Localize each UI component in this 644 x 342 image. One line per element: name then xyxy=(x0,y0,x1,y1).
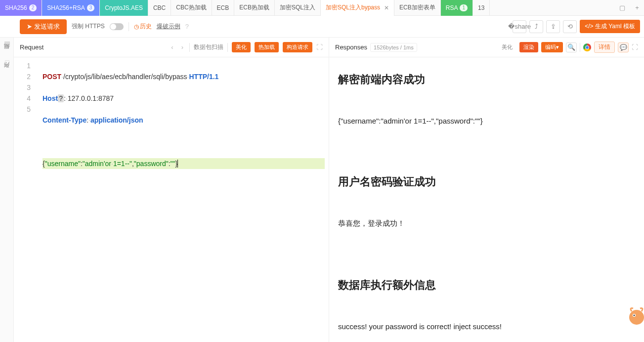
svg-point-0 xyxy=(629,310,644,325)
tab-bar: SHA2562 SHA256+RSA3 CryptoJS.AES CBC CBC… xyxy=(0,0,644,16)
toolbar: ➤发送请求 强制 HTTPS ◷历史 爆破示例 ? �share ⤴ ⇪ ⟲ <… xyxy=(0,16,644,38)
request-title: Request xyxy=(20,43,43,51)
expand-icon[interactable]: ⛶ xyxy=(316,43,323,51)
tab-ecb-hot[interactable]: ECB热加载 xyxy=(234,0,275,16)
svg-point-2 xyxy=(634,315,635,316)
expand-resp-icon[interactable]: ⛶ xyxy=(632,43,638,51)
response-body[interactable]: 解密前端内容成功 {"username":"admin'or 1=1--","p… xyxy=(329,57,644,342)
tab-13[interactable]: 13 xyxy=(473,0,490,16)
add-tab-icon[interactable]: + xyxy=(630,1,644,15)
tab-cbc-hot[interactable]: CBC热加载 xyxy=(171,0,212,16)
rail-icon-1[interactable]: ▦ xyxy=(2,40,11,48)
detail-button[interactable]: 详情 xyxy=(594,42,615,53)
request-editor[interactable]: 12345 POST·/crypto/js/lib/aes/ecb/handle… xyxy=(14,57,329,342)
resp-text-2: 恭喜您，登录成功！ xyxy=(338,219,635,228)
line-gutter: 12345 xyxy=(14,57,39,342)
resp-render[interactable]: 渲染 xyxy=(519,42,538,52)
tab-sha256rsa[interactable]: SHA256+RSA3 xyxy=(42,0,100,16)
generate-yaml-button[interactable]: </> 生成 Yaml 模板 xyxy=(580,20,640,33)
construct-button[interactable]: 构造请求 xyxy=(283,42,312,52)
resp-text-1: {"username":"admin'or 1=1--","password":… xyxy=(338,117,635,125)
share-icon[interactable]: �share xyxy=(513,20,526,33)
resp-text-3: success! your password is correct! injec… xyxy=(338,322,635,331)
resp-heading-1: 解密前端内容成功 xyxy=(338,72,635,87)
tab-sqli[interactable]: 加密SQL注入 xyxy=(275,0,321,16)
export-icon[interactable]: ⤴ xyxy=(529,20,543,33)
beautify-button[interactable]: 美化 xyxy=(232,42,251,52)
request-panel: Request ‹ › 数据包扫描 美化 热加载 构造请求 ⛶ 12345 PO… xyxy=(14,38,329,342)
tab-ecb-form[interactable]: ECB加密表单 xyxy=(394,0,441,16)
message-icon[interactable]: 💬 xyxy=(618,43,629,52)
response-info: 1526bytes / 1ms xyxy=(370,43,417,52)
send-icon: ➤ xyxy=(27,23,32,30)
prev-icon[interactable]: ‹ xyxy=(169,43,175,51)
tab-sqli-bypass[interactable]: 加密SQL注入bypass✕ xyxy=(321,0,394,16)
blast-example-link[interactable]: 爆破示例 xyxy=(157,22,180,31)
tab-ecb[interactable]: ECB xyxy=(212,0,235,16)
packet-scan-label[interactable]: 数据包扫描 xyxy=(194,43,223,51)
resp-heading-3: 数据库执行额外信息 xyxy=(338,278,635,293)
force-https-toggle[interactable] xyxy=(110,23,124,30)
tab-sha256[interactable]: SHA2562 xyxy=(0,0,42,16)
send-request-button[interactable]: ➤发送请求 xyxy=(20,19,67,34)
clock-icon: ◷ xyxy=(134,23,139,30)
response-panel: Responses 1526bytes / 1ms 美化 渲染 编码▾ 🔍 详情… xyxy=(329,38,644,342)
code-area[interactable]: POST·/crypto/js/lib/aes/ecb/handler/sqli… xyxy=(39,57,329,342)
tab-cbc[interactable]: CBC xyxy=(148,0,171,16)
left-rail: ▦ 规则 □ 序列 xyxy=(0,38,14,342)
force-https-label: 强制 HTTPS xyxy=(72,22,105,31)
search-icon[interactable]: 🔍 xyxy=(566,43,577,52)
hotload-button[interactable]: 热加载 xyxy=(255,42,279,52)
responses-title: Responses xyxy=(335,43,367,51)
resp-encode[interactable]: 编码▾ xyxy=(541,42,563,52)
upload-icon[interactable]: ⇪ xyxy=(546,20,560,33)
sync-icon[interactable]: ⟲ xyxy=(563,20,577,33)
rail-icon-2[interactable]: □ xyxy=(2,58,11,67)
chrome-icon[interactable] xyxy=(583,43,591,51)
tab-rsa[interactable]: RSA1 xyxy=(441,0,473,16)
history-link[interactable]: ◷历史 xyxy=(134,22,152,31)
save-icon[interactable]: ▢ xyxy=(615,1,629,15)
resp-heading-2: 用户名密码验证成功 xyxy=(338,174,635,189)
help-icon[interactable]: ? xyxy=(185,23,189,30)
tab-cryptojs[interactable]: CryptoJS.AES xyxy=(100,0,148,16)
next-icon[interactable]: › xyxy=(179,43,185,51)
close-icon[interactable]: ✕ xyxy=(384,4,389,11)
resp-beautify[interactable]: 美化 xyxy=(498,42,516,52)
mascot-icon[interactable] xyxy=(624,302,644,327)
